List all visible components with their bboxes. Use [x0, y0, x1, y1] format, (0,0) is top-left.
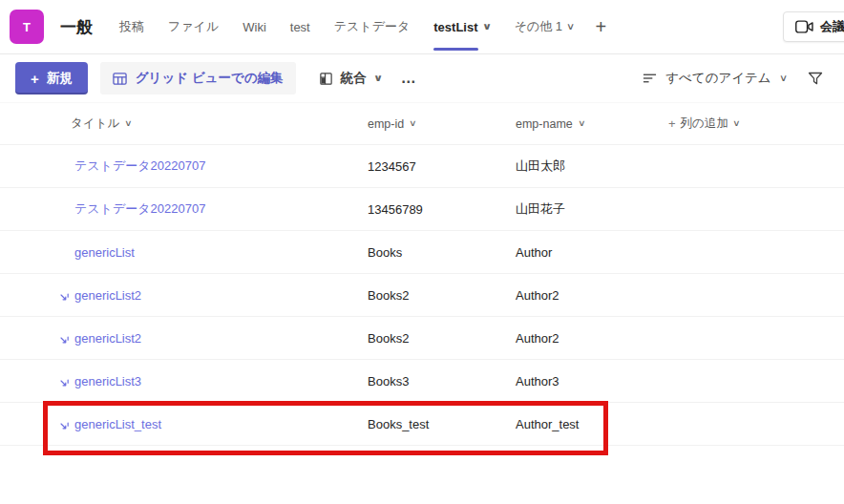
grid-view-edit-button[interactable]: グリッド ビューでの編集 — [100, 62, 296, 94]
plus-icon: + — [595, 16, 606, 37]
add-column-button[interactable]: + 列の追加 ∨ — [668, 116, 739, 132]
tab-testdata[interactable]: テストデータ — [334, 18, 411, 35]
table-row[interactable]: genericList2 Books2 Author2 — [0, 317, 844, 360]
view-selector-button[interactable]: すべてのアイテム ∨ — [643, 70, 787, 87]
item-title-link[interactable]: genericList3 — [74, 374, 141, 388]
table-header-row: タイトル ∨ emp-id ∨ emp-name ∨ + 列の追加 ∨ — [0, 103, 844, 145]
tab-bar: 投稿 ファイル Wiki test テストデータ testList ∨ その他 … — [119, 18, 574, 35]
column-header-emp-id[interactable]: emp-id ∨ — [368, 117, 516, 131]
title-cell: テストデータ20220707 — [0, 200, 368, 218]
title-cell: テストデータ20220707 — [0, 158, 368, 175]
team-avatar[interactable]: T — [10, 10, 44, 44]
title-cell: genericList3 — [0, 374, 368, 388]
emp-name-cell: 山田花子 — [516, 200, 668, 218]
chevron-down-icon: ∨ — [566, 22, 575, 32]
emp-id-cell: Books_test — [368, 417, 516, 431]
enter-arrow-icon — [59, 422, 70, 432]
emp-id-cell: Books2 — [368, 331, 516, 346]
tab-more[interactable]: その他 1 ∨ — [515, 18, 575, 35]
channel-header: T 一般 投稿 ファイル Wiki test テストデータ testList ∨… — [0, 0, 844, 54]
chevron-down-icon: ∨ — [124, 119, 132, 128]
tab-test[interactable]: test — [290, 20, 310, 34]
item-title-link[interactable]: genericList_test — [74, 417, 161, 431]
item-title-link[interactable]: genericList2 — [74, 331, 141, 346]
integrate-menu-button[interactable]: 統合 ∨ — [315, 64, 386, 93]
chevron-down-icon: ∨ — [578, 119, 585, 128]
emp-name-cell: Author3 — [516, 374, 668, 388]
item-title-link[interactable]: genericList2 — [74, 288, 141, 303]
view-list-icon — [643, 73, 657, 84]
table-row[interactable]: genericList2 Books2 Author2 — [0, 274, 844, 317]
tab-wiki[interactable]: Wiki — [243, 20, 266, 34]
chevron-down-icon: ∨ — [373, 74, 383, 83]
enter-arrow-icon — [59, 336, 70, 346]
table-row[interactable]: テストデータ20220707 1234567 山田太郎 — [0, 145, 844, 188]
chevron-down-icon: ∨ — [409, 119, 416, 128]
more-options-button[interactable]: … — [401, 70, 418, 87]
plus-icon: + — [31, 72, 39, 86]
tab-posts[interactable]: 投稿 — [119, 18, 144, 35]
emp-name-cell: Author2 — [516, 331, 668, 346]
emp-id-cell: Books3 — [368, 374, 516, 388]
camera-icon — [795, 20, 813, 33]
emp-id-cell: 1234567 — [368, 159, 516, 174]
title-cell: genericList2 — [0, 288, 368, 303]
table-row[interactable]: テストデータ20220707 13456789 山田花子 — [0, 188, 844, 231]
chevron-down-icon: ∨ — [481, 22, 491, 32]
channel-name: 一般 — [60, 16, 93, 38]
tab-testlist-active[interactable]: testList ∨ — [433, 20, 490, 34]
plus-icon: + — [668, 116, 676, 131]
emp-id-cell: 13456789 — [368, 202, 516, 217]
title-cell: genericList — [0, 245, 368, 260]
emp-name-cell: Author_test — [516, 417, 668, 431]
chevron-down-icon: ∨ — [779, 74, 788, 83]
title-cell: genericList2 — [0, 331, 368, 346]
tab-files[interactable]: ファイル — [168, 18, 219, 35]
grid-table-icon — [113, 72, 127, 86]
list-area: タイトル ∨ emp-id ∨ emp-name ∨ + 列の追加 ∨ — [0, 103, 844, 446]
emp-name-cell: 山田太郎 — [516, 158, 668, 175]
item-title-link[interactable]: テストデータ20220707 — [74, 158, 205, 173]
table-body: テストデータ20220707 1234567 山田太郎 テストデータ202207… — [0, 145, 844, 446]
enter-arrow-icon — [59, 293, 70, 304]
table-row[interactable]: genericList3 Books3 Author3 — [0, 360, 844, 403]
emp-id-cell: Books2 — [368, 288, 516, 303]
column-header-emp-name[interactable]: emp-name ∨ — [516, 117, 668, 131]
add-tab-button[interactable]: + — [595, 16, 606, 38]
emp-name-cell: Author2 — [516, 288, 668, 303]
integrate-icon — [319, 72, 333, 86]
toolbar-right-group: すべてのアイテム ∨ — [643, 70, 829, 87]
column-header-title[interactable]: タイトル ∨ — [0, 116, 368, 132]
table-row[interactable]: genericList_test Books_test Author_test — [0, 403, 844, 446]
meeting-button[interactable]: 会議 — [783, 11, 844, 42]
enter-arrow-icon — [59, 379, 70, 389]
table-row[interactable]: genericList Books Author — [0, 231, 844, 274]
item-title-link[interactable]: genericList — [74, 245, 135, 260]
filter-funnel-icon[interactable] — [808, 72, 823, 86]
emp-id-cell: Books — [368, 245, 516, 260]
item-title-link[interactable]: テストデータ20220707 — [74, 201, 205, 216]
command-toolbar: + 新規 グリッド ビューでの編集 統合 ∨ … — [0, 54, 844, 103]
chevron-down-icon: ∨ — [732, 119, 740, 128]
new-item-button[interactable]: + 新規 — [15, 62, 88, 94]
title-cell: genericList_test — [0, 417, 368, 431]
emp-name-cell: Author — [516, 245, 668, 260]
